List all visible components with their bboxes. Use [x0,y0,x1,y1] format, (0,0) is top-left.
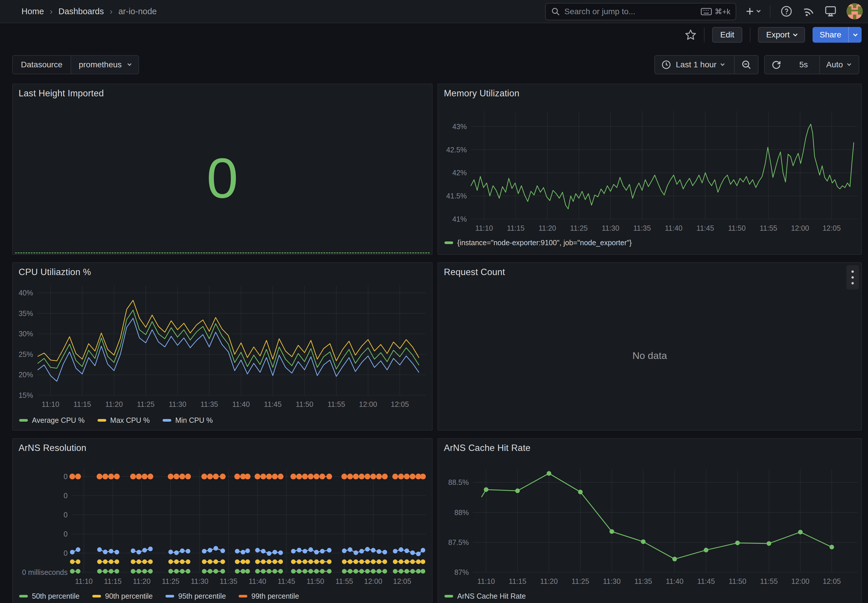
data-point [241,550,245,555]
panel-title[interactable]: ArNS Cache Hit Rate [444,443,531,453]
stat-sparkline [15,252,430,254]
panel-title[interactable]: Last Height Imported [19,88,104,99]
data-point [114,560,119,564]
data-point [704,548,708,552]
y-axis-label: 0 [63,549,68,557]
breadcrumb-home[interactable]: Home [22,7,44,16]
data-point [108,473,114,479]
add-new-button[interactable] [745,6,760,16]
data-point [241,560,245,564]
refresh-interval-label: 5s [799,60,808,70]
data-point [169,569,173,574]
divider [704,28,704,42]
data-point [207,569,212,574]
data-point [341,473,347,479]
panel-title[interactable]: Memory Utilization [444,88,519,99]
refresh-mode-select[interactable]: Auto [820,56,857,74]
data-point [147,473,153,479]
x-axis-label: 11:45 [696,224,714,232]
y-axis-label: 42% [452,169,467,177]
data-point [169,560,173,564]
data-point [76,547,80,552]
help-button[interactable] [780,5,792,17]
panel-title[interactable]: CPU Utiliaztion % [19,267,91,277]
breadcrumb-dashboards[interactable]: Dashboards [58,7,104,16]
panel-title[interactable]: Request Count [444,267,505,277]
legend-item[interactable]: 95th percentile [166,592,226,600]
legend-item[interactable]: Max CPU % [97,416,150,425]
legend-item[interactable]: {instance="node-exporter:9100", job="nod… [444,238,632,247]
favorite-star-button[interactable] [685,29,696,41]
data-point [365,569,370,574]
data-point [180,569,185,574]
datasource-select[interactable]: prometheus [71,56,138,74]
export-button[interactable]: Export [758,27,805,43]
data-point [308,547,313,552]
data-point [70,560,74,564]
data-point [348,560,353,564]
data-point [235,569,240,574]
help-icon [780,5,792,17]
cpu-series [38,310,419,369]
legend-item[interactable]: 99th percentile [238,592,299,600]
time-range-button[interactable]: Last 1 hour [655,56,734,74]
divider [750,28,750,42]
user-avatar[interactable] [846,3,863,19]
data-point [267,560,271,564]
data-point [266,473,272,479]
share-menu-button[interactable] [848,27,862,43]
legend-item[interactable]: ArNS Cache Hit Rate [444,592,526,600]
x-axis-label: 11:20 [540,577,558,585]
nav-icon-cluster [745,0,863,23]
arns-cache-hit-rate-legend: ArNS Cache Hit Rate [444,592,857,600]
x-axis-label: 11:45 [264,400,282,408]
share-button[interactable]: Share [812,27,848,43]
edit-button[interactable]: Edit [712,27,742,43]
news-button[interactable] [802,5,815,17]
data-point [398,473,404,479]
data-point [404,549,409,553]
data-point [131,560,135,564]
refresh-button[interactable] [765,56,788,74]
panel-arns-cache-hit-rate: ArNS Cache Hit Rate 11:1011:1511:2011:25… [438,438,862,603]
legend-item[interactable]: Min CPU % [162,416,213,425]
data-point [327,560,331,564]
search-input[interactable]: Search or jump to... ⌘+k [545,3,736,20]
clock-icon [661,60,671,70]
data-point [308,560,313,564]
legend-item[interactable]: 50th percentile [19,592,79,600]
y-axis-label: 25% [19,350,33,359]
data-point [213,473,218,479]
data-point [404,569,409,574]
data-point [399,569,403,574]
data-point [326,473,332,479]
x-axis-label: 11:40 [666,577,684,585]
monitor-button[interactable] [825,5,837,17]
monitor-icon [825,5,837,17]
cpu-plot: 11:1011:1511:2011:2511:3011:3511:4011:45… [13,263,432,430]
y-axis-label: 20% [19,371,33,379]
legend-item[interactable]: 90th percentile [92,592,153,600]
data-point [136,473,142,479]
data-point [241,569,245,574]
refresh-interval-value[interactable]: 5s [788,56,819,74]
x-axis-label: 11:10 [42,400,59,408]
data-point [767,541,771,546]
cpu-series [38,319,419,381]
data-point [267,569,271,574]
panel-title[interactable]: ArNS Resolution [19,443,87,453]
refresh-controls: 5s Auto [764,55,859,74]
data-point [393,549,398,554]
panel-menu-button[interactable] [846,265,859,290]
x-axis-label: 11:10 [475,224,493,232]
data-point [365,473,370,479]
data-point [207,473,213,479]
legend-item[interactable]: Average CPU % [19,416,85,425]
data-point [354,550,358,555]
memory-plot: 11:1011:1511:2011:2511:3011:3511:4011:45… [438,84,861,254]
zoom-out-icon [741,59,752,70]
zoom-out-button[interactable] [735,56,758,74]
x-axis-label: 11:15 [104,577,122,585]
search-shortcut: ⌘+k [701,7,730,16]
x-axis-label: 11:25 [572,577,589,585]
